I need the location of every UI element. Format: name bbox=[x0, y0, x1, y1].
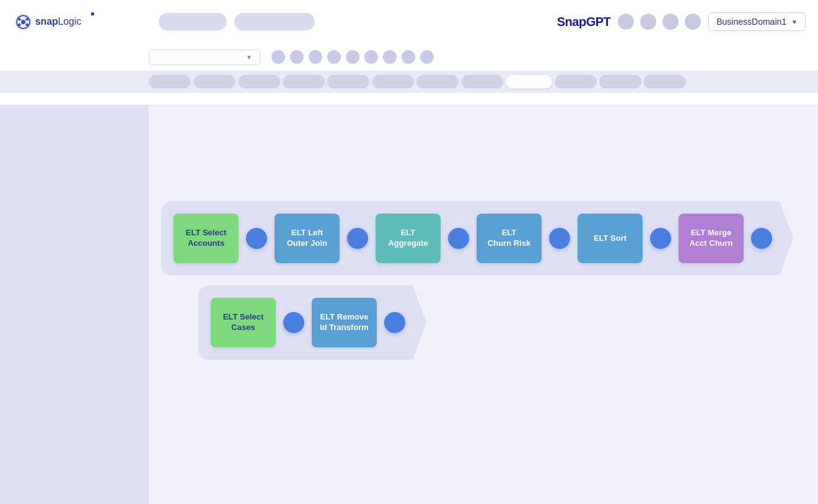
node-elt-churn-risk[interactable]: ELTChurn Risk bbox=[477, 214, 542, 263]
header-circle-4[interactable] bbox=[685, 14, 701, 30]
tab-2[interactable] bbox=[193, 75, 235, 89]
nav-pill-2 bbox=[234, 13, 315, 30]
svg-text:snap: snap bbox=[35, 15, 58, 26]
svg-point-9 bbox=[91, 12, 94, 15]
header-circles-top bbox=[618, 14, 701, 30]
domain-dropdown[interactable]: BusinessDomain1 ▼ bbox=[708, 12, 806, 31]
node-elt-select-cases[interactable]: ELT SelectCases bbox=[211, 298, 276, 347]
circle-sm-6[interactable] bbox=[364, 50, 378, 64]
header-top-row: snap Logic SnapGPT BusinessDomain1 ▼ bbox=[0, 0, 818, 43]
header-tab-row bbox=[0, 71, 818, 93]
svg-text:Logic: Logic bbox=[58, 15, 82, 26]
connector-8 bbox=[384, 312, 405, 333]
search-dropdown[interactable]: ▼ bbox=[149, 50, 260, 65]
dropdown-arrow-icon: ▼ bbox=[791, 19, 798, 25]
circle-sm-1[interactable] bbox=[271, 50, 285, 64]
header-circle-row-2 bbox=[271, 50, 434, 64]
node-elt-select-accounts[interactable]: ELT Select Accounts bbox=[174, 214, 239, 263]
connector-6 bbox=[751, 228, 772, 249]
node-elt-left-outer-join[interactable]: ELT LeftOuter Join bbox=[275, 214, 340, 263]
node-elt-sort[interactable]: ELT Sort bbox=[578, 214, 643, 263]
header-right: SnapGPT BusinessDomain1 ▼ bbox=[557, 12, 806, 31]
search-dropdown-arrow-icon: ▼ bbox=[246, 54, 252, 61]
tab-7[interactable] bbox=[416, 75, 459, 89]
circle-sm-9[interactable] bbox=[420, 50, 434, 64]
svg-point-3 bbox=[18, 17, 20, 20]
logo-area: snap Logic bbox=[12, 8, 149, 36]
main-canvas: ELT Select Accounts ELT LeftOuter Join E… bbox=[149, 105, 818, 504]
svg-point-6 bbox=[25, 23, 28, 25]
circle-sm-8[interactable] bbox=[402, 50, 415, 64]
tab-active[interactable] bbox=[506, 75, 552, 89]
header-nav-pills bbox=[159, 13, 547, 30]
node-elt-remove-id-transform[interactable]: ELT RemoveId Transform bbox=[312, 298, 377, 347]
circle-sm-5[interactable] bbox=[346, 50, 359, 64]
svg-point-2 bbox=[21, 20, 25, 24]
header-circle-2[interactable] bbox=[640, 14, 656, 30]
connector-3 bbox=[448, 228, 469, 249]
tab-12[interactable] bbox=[644, 75, 686, 89]
tab-10[interactable] bbox=[555, 75, 597, 89]
header: snap Logic SnapGPT BusinessDomain1 ▼ bbox=[0, 0, 818, 105]
connector-1 bbox=[246, 228, 267, 249]
tab-1[interactable] bbox=[149, 75, 191, 89]
circle-sm-7[interactable] bbox=[383, 50, 397, 64]
tab-4[interactable] bbox=[283, 75, 325, 89]
connector-2 bbox=[347, 228, 368, 249]
pipeline-band-row1: ELT Select Accounts ELT LeftOuter Join E… bbox=[161, 201, 793, 276]
snaplogic-logo: snap Logic bbox=[12, 8, 99, 36]
tab-11[interactable] bbox=[599, 75, 641, 89]
snapgpt-label: SnapGPT bbox=[557, 15, 611, 29]
node-elt-merge-acct-churn[interactable]: ELT MergeAcct Churn bbox=[679, 214, 744, 263]
svg-point-4 bbox=[25, 17, 28, 20]
domain-value: BusinessDomain1 bbox=[716, 17, 786, 27]
nav-pill-1 bbox=[159, 13, 227, 30]
tab-6[interactable] bbox=[372, 75, 414, 89]
circle-sm-2[interactable] bbox=[290, 50, 304, 64]
pipeline-wrapper: ELT Select Accounts ELT LeftOuter Join E… bbox=[161, 201, 806, 360]
header-second-row: ▼ bbox=[0, 43, 818, 71]
tab-8[interactable] bbox=[461, 75, 503, 89]
svg-point-5 bbox=[18, 23, 20, 25]
pipeline-band-row2: ELT SelectCases ELT RemoveId Transform bbox=[198, 285, 426, 360]
pipeline-row-1: ELT Select Accounts ELT LeftOuter Join E… bbox=[161, 201, 806, 276]
pipeline-row-2: ELT SelectCases ELT RemoveId Transform bbox=[198, 285, 806, 360]
circle-sm-3[interactable] bbox=[309, 50, 322, 64]
header-circle-1[interactable] bbox=[618, 14, 634, 30]
connector-7 bbox=[283, 312, 304, 333]
node-elt-aggregate[interactable]: ELTAggregate bbox=[376, 214, 441, 263]
tab-5[interactable] bbox=[327, 75, 369, 89]
connector-5 bbox=[650, 228, 671, 249]
circle-sm-4[interactable] bbox=[327, 50, 341, 64]
header-circle-3[interactable] bbox=[662, 14, 679, 30]
connector-4 bbox=[549, 228, 570, 249]
tab-3[interactable] bbox=[238, 75, 280, 89]
